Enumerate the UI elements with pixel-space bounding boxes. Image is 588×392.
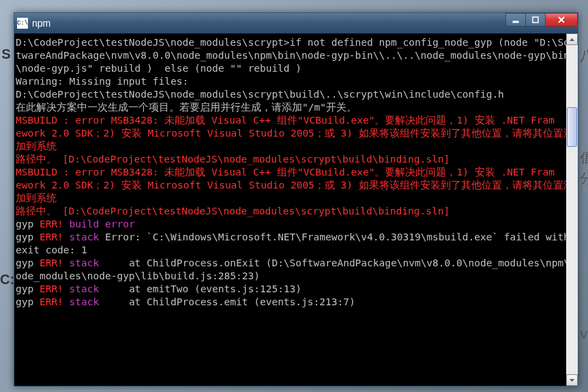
bg-right-0: 八 [580, 46, 588, 65]
titlebar-buttons [506, 13, 578, 28]
terminal-line: gyp ERR! stack at emitTwo (events.js:125… [16, 283, 576, 296]
terminal-line: D:\CodeProject\testNodeJS\node_modules\s… [16, 88, 576, 101]
terminal-line: gyp ERR! stack at ChildProcess.onExit (D… [16, 257, 576, 283]
svg-rect-1 [533, 17, 538, 23]
bg-right-2: 分 [580, 169, 588, 188]
maximize-button[interactable] [525, 13, 546, 27]
terminal-line: ework 2.0 SDK；2) 安装 Microsoft Visual Stu… [16, 179, 576, 205]
scroll-up-button[interactable] [566, 33, 578, 45]
bg-letter-s: S [0, 46, 12, 62]
terminal-output[interactable]: D:\CodeProject\testNodeJS\node_modules\s… [14, 33, 578, 386]
terminal-line: Warning: Missing input files: [16, 75, 576, 88]
bg-letter-c: C: [0, 272, 12, 288]
scrollbar-thumb[interactable] [567, 107, 577, 147]
vertical-scrollbar[interactable] [566, 33, 578, 386]
terminal-line: D:\CodeProject\testNodeJS\node_modules\s… [16, 36, 576, 75]
svg-rect-0 [513, 21, 518, 23]
scroll-down-button[interactable] [566, 374, 578, 386]
terminal-line: 在此解决方案中一次生成一个项目。若要启用并行生成，请添加"/m"开关。 [16, 101, 576, 114]
bg-right-3: v [580, 326, 588, 342]
console-icon: C:\ [17, 18, 28, 29]
terminal-line: ework 2.0 SDK；2) 安装 Microsoft Visual Stu… [16, 127, 576, 153]
terminal-line: 路径中。 [D:\CodeProject\testNodeJS\node_mod… [16, 153, 576, 166]
terminal-line: gyp ERR! build error [16, 218, 576, 231]
close-button[interactable] [545, 13, 578, 27]
terminal-line: 路径中。 [D:\CodeProject\testNodeJS\node_mod… [16, 205, 576, 218]
terminal-line: MSBUILD : error MSB3428: 未能加载 Visual C++… [16, 114, 576, 127]
bg-right-1: 倡 [580, 149, 588, 167]
window-title: npm [32, 18, 50, 29]
terminal-line: gyp ERR! stack Error: `C:\Windows\Micros… [16, 231, 576, 257]
minimize-button[interactable] [505, 13, 526, 27]
console-window: C:\ npm D:\CodeProject\testNodeJS\node_m… [14, 12, 578, 387]
terminal-line: gyp ERR! stack at ChildProcess.emit (eve… [16, 296, 576, 309]
titlebar[interactable]: C:\ npm [14, 13, 578, 33]
terminal-line: MSBUILD : error MSB3428: 未能加载 Visual C++… [16, 166, 576, 179]
